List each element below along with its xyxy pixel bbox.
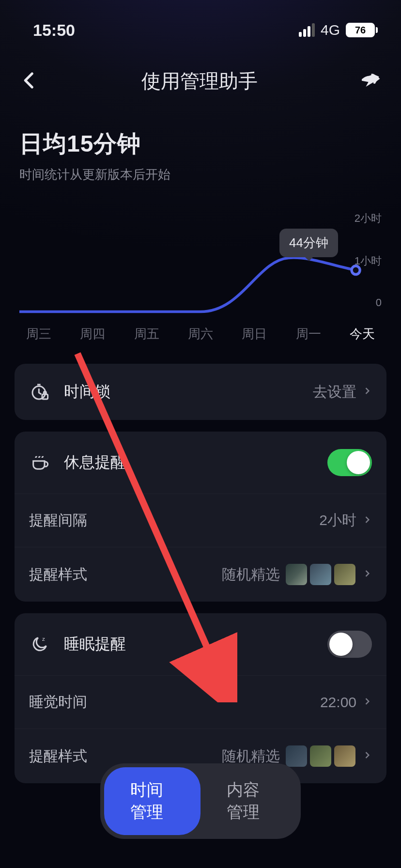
status-time: 15:50 — [33, 21, 75, 40]
page-title: 使用管理助手 — [141, 68, 258, 94]
xaxis-day[interactable]: 周一 — [289, 326, 328, 342]
time-lock-label: 时间锁 — [64, 381, 313, 403]
tab-content-management[interactable]: 内容管理 — [200, 767, 297, 835]
svg-text:z: z — [42, 636, 45, 642]
xaxis-day[interactable]: 周日 — [235, 326, 274, 342]
rest-label: 休息提醒 — [64, 452, 327, 473]
xaxis-day[interactable]: 周四 — [73, 326, 112, 342]
moon-icon: z — [29, 634, 50, 655]
signal-icon — [299, 23, 315, 37]
row-time-lock[interactable]: 时间锁 去设置 — [15, 364, 386, 420]
coffee-icon — [29, 452, 50, 473]
summary-note: 时间统计从更新版本后开始 — [19, 166, 382, 183]
xaxis-day[interactable]: 周六 — [181, 326, 220, 342]
ytick-2h: 2小时 — [355, 211, 382, 226]
back-icon[interactable] — [19, 70, 40, 93]
bottom-tabs: 时间管理 内容管理 — [100, 763, 301, 839]
row-rest-toggle: 休息提醒 — [15, 432, 386, 494]
sleep-label: 睡眠提醒 — [64, 634, 327, 655]
row-sleep-time[interactable]: 睡觉时间 22:00 — [15, 675, 386, 728]
ytick-1h: 1小时 — [355, 254, 382, 268]
card-rest-reminder: 休息提醒 提醒间隔 2小时 提醒样式 随机精选 — [15, 432, 386, 602]
rest-style-thumbs — [286, 564, 355, 585]
rest-style-label: 提醒样式 — [29, 565, 222, 585]
chevron-right-icon — [362, 386, 372, 398]
nav-header: 使用管理助手 — [0, 48, 401, 109]
chevron-right-icon — [362, 750, 372, 762]
rest-interval-value: 2小时 — [319, 511, 356, 530]
status-right: 4G 76 — [299, 22, 378, 38]
timer-lock-icon — [29, 381, 50, 403]
summary-heading: 日均15分钟 — [19, 128, 382, 159]
row-rest-style[interactable]: 提醒样式 随机精选 — [15, 547, 386, 602]
summary: 日均15分钟 时间统计从更新版本后开始 — [0, 109, 401, 193]
rest-toggle[interactable] — [327, 449, 372, 476]
sleep-style-thumbs — [286, 745, 355, 767]
card-time-lock: 时间锁 去设置 — [15, 364, 386, 420]
rest-style-value: 随机精选 — [222, 565, 280, 585]
row-sleep-toggle: z 睡眠提醒 — [15, 613, 386, 675]
sleep-time-label: 睡觉时间 — [29, 692, 320, 712]
tab-time-management[interactable]: 时间管理 — [104, 767, 200, 835]
usage-chart: 2小时 1小时 0 44分钟 周三 周四 周五 周六 周日 周一 今天 — [0, 193, 401, 352]
network-label: 4G — [321, 22, 340, 38]
chart-tooltip: 44分钟 — [279, 229, 338, 257]
card-sleep-reminder: z 睡眠提醒 睡觉时间 22:00 提醒样式 随机精选 — [15, 613, 386, 783]
xaxis-day[interactable]: 周五 — [127, 326, 166, 342]
time-lock-action: 去设置 — [313, 382, 356, 402]
xaxis-day[interactable]: 周三 — [19, 326, 58, 342]
xaxis-day-today[interactable]: 今天 — [343, 326, 382, 342]
chevron-right-icon — [362, 569, 372, 580]
chevron-right-icon — [362, 697, 372, 708]
chevron-right-icon — [362, 515, 372, 527]
battery-icon: 76 — [346, 23, 378, 37]
chart-xaxis: 周三 周四 周五 周六 周日 周一 今天 — [19, 314, 382, 342]
row-rest-interval[interactable]: 提醒间隔 2小时 — [15, 494, 386, 547]
share-icon[interactable] — [359, 70, 382, 93]
rest-interval-label: 提醒间隔 — [29, 511, 319, 530]
ytick-0: 0 — [376, 296, 382, 309]
sleep-time-value: 22:00 — [320, 694, 356, 711]
sleep-toggle[interactable] — [327, 631, 372, 658]
status-bar: 15:50 4G 76 — [0, 0, 401, 48]
